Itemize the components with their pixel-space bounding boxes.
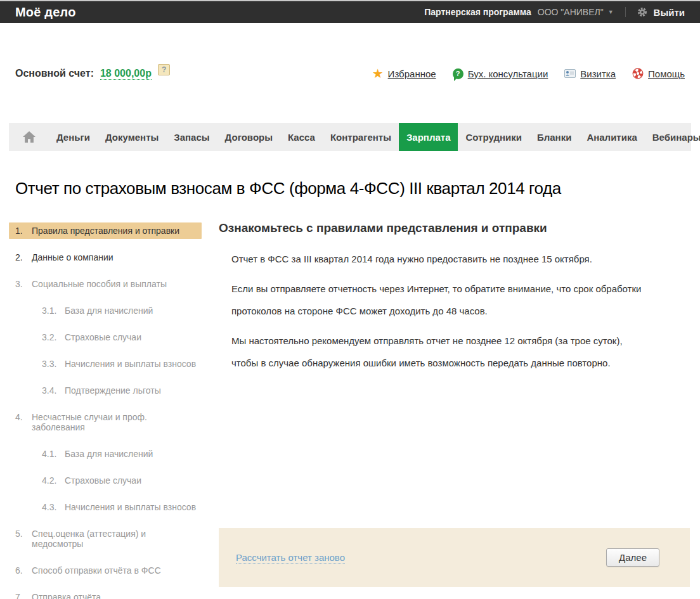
topbar-divider xyxy=(625,7,626,17)
account-balance-group: Основной счет: 18 000,00р ? xyxy=(15,68,170,80)
paragraph-deadline: Отчет в ФСС за III квартал 2014 года нуж… xyxy=(231,248,644,270)
sidebar-step-6[interactable]: 6. Способ отправки отчёта в ФСС xyxy=(9,562,202,579)
step-label: База для начислений xyxy=(65,449,153,459)
step-content: Ознакомьтесь с правилами представления и… xyxy=(202,221,690,587)
sidebar-step-5[interactable]: 5. Спец.оценка (аттестация) и медосмотры xyxy=(9,525,202,552)
quick-links: ★ Избранное ? Бух. консультации Визитка xyxy=(372,67,685,80)
tab-vebinary[interactable]: Вебинары xyxy=(645,123,700,151)
tab-zapasy[interactable]: Запасы xyxy=(166,123,217,151)
step-heading: Ознакомьтесь с правилами представления и… xyxy=(219,221,690,235)
favorites-label: Избранное xyxy=(388,68,436,79)
sidebar-step-3[interactable]: 3. Социальные пособия и выплаты xyxy=(9,276,202,292)
recalculate-report-link[interactable]: Рассчитать отчет заново xyxy=(236,552,345,564)
step-number: 3.4. xyxy=(42,385,65,396)
step-text: Отчет в ФСС за III квартал 2014 года нуж… xyxy=(231,248,644,374)
settings-button[interactable] xyxy=(637,7,647,17)
paragraph-internet-processing: Если вы отправляете отчетность через Инт… xyxy=(231,278,644,322)
sidebar-step-3-1[interactable]: 3.1. База для начислений xyxy=(36,302,202,319)
star-icon: ★ xyxy=(372,67,384,80)
sidebar-step-3-2[interactable]: 3.2. Страховые случаи xyxy=(36,329,202,345)
account-label: Основной счет: xyxy=(15,68,94,79)
step-label: Правила представления и отправки xyxy=(32,226,179,236)
next-button[interactable]: Далее xyxy=(606,548,659,567)
home-icon xyxy=(22,131,36,143)
page-title: Отчет по страховым взносам в ФСС (форма … xyxy=(15,179,685,198)
tab-dogovory[interactable]: Договоры xyxy=(217,123,280,151)
steps-sidebar: 1. Правила представления и отправки 2. Д… xyxy=(9,221,202,599)
step-number: 4.1. xyxy=(42,449,65,459)
tab-sotrudniki[interactable]: Сотрудники xyxy=(458,123,529,151)
sidebar-step-2[interactable]: 2. Данные о компании xyxy=(9,249,202,266)
step-label: Несчастные случаи и проф. заболевания xyxy=(32,412,197,432)
tab-zarplata-active[interactable]: Зарплата xyxy=(399,123,458,151)
consultations-label: Бух. консультации xyxy=(468,68,548,79)
step-number: 3.2. xyxy=(42,332,65,342)
help-label: Помощь xyxy=(648,68,685,79)
logout-link[interactable]: Выйти xyxy=(654,7,685,18)
step-number: 7. xyxy=(15,592,32,599)
account-balance-link[interactable]: 18 000,00р xyxy=(100,68,152,80)
step-number: 2. xyxy=(15,252,32,262)
balance-help-icon[interactable]: ? xyxy=(158,64,170,75)
tab-dokumenty[interactable]: Документы xyxy=(98,123,166,151)
step-label: Подтверждение льготы xyxy=(65,385,161,396)
step-label: Страховые случаи xyxy=(65,332,141,342)
tab-dengi[interactable]: Деньги xyxy=(49,123,98,151)
sidebar-step-4-2[interactable]: 4.2. Страховые случаи xyxy=(36,472,202,489)
step-number: 1. xyxy=(15,226,32,236)
consultations-link[interactable]: ? Бух. консультации xyxy=(453,68,548,79)
sidebar-step-7[interactable]: 7. Отправка отчёта xyxy=(9,589,202,599)
tab-blanki[interactable]: Бланки xyxy=(529,123,579,151)
step-number: 6. xyxy=(15,565,32,576)
organization-name: ООО "АНИВЕЛ" xyxy=(538,7,604,17)
topbar-right: Партнерская программа ООО "АНИВЕЛ" ▼ Вый… xyxy=(424,7,685,18)
chevron-down-icon: ▼ xyxy=(608,10,614,15)
home-tab[interactable] xyxy=(9,123,49,151)
favorites-link[interactable]: ★ Избранное xyxy=(372,67,436,80)
tab-analitika[interactable]: Аналитика xyxy=(579,123,644,151)
business-card-label: Визитка xyxy=(580,68,616,79)
step-number: 3.1. xyxy=(42,306,65,316)
help-link[interactable]: Помощь xyxy=(632,68,685,79)
gear-icon xyxy=(637,7,647,17)
step-label: Начисления и выплаты взносов xyxy=(65,359,196,369)
sidebar-step-1[interactable]: 1. Правила представления и отправки xyxy=(9,222,202,239)
chat-question-icon: ? xyxy=(453,68,463,79)
sidebar-step-4[interactable]: 4. Несчастные случаи и проф. заболевания xyxy=(9,409,202,435)
sidebar-step-4-3[interactable]: 4.3. Начисления и выплаты взносов xyxy=(36,499,202,515)
step-number: 4. xyxy=(15,412,32,422)
sidebar-step-3-4[interactable]: 3.4. Подтверждение льготы xyxy=(36,382,202,399)
step-label: Начисления и выплаты взносов xyxy=(65,502,196,512)
step-label: Страховые случаи xyxy=(65,475,141,486)
tab-kontragenty[interactable]: Контрагенты xyxy=(323,123,399,151)
step-label: Спец.оценка (аттестация) и медосмотры xyxy=(32,529,197,549)
paragraph-recommendation: Мы настоятельно рекомендуем отправлять о… xyxy=(231,330,644,374)
tab-kassa[interactable]: Касса xyxy=(280,123,323,151)
sidebar-step-4-1[interactable]: 4.1. База для начислений xyxy=(36,446,202,462)
step-label: Отправка отчёта xyxy=(32,592,101,599)
step-number: 4.3. xyxy=(42,502,65,512)
action-bar: Рассчитать отчет заново Далее xyxy=(219,528,690,587)
main-layout: 1. Правила представления и отправки 2. Д… xyxy=(9,221,690,599)
partner-program-label: Партнерская программа xyxy=(424,7,531,17)
organization-dropdown[interactable]: ООО "АНИВЕЛ" ▼ xyxy=(538,7,614,17)
step-number: 4.2. xyxy=(42,475,65,486)
step-label: Данные о компании xyxy=(32,252,113,262)
step-number: 3.3. xyxy=(42,359,65,369)
step-number: 3. xyxy=(15,279,32,289)
account-row: Основной счет: 18 000,00р ? ★ Избранное … xyxy=(0,66,700,81)
step-label: База для начислений xyxy=(65,306,153,316)
topbar: Моё дело Партнерская программа ООО "АНИВ… xyxy=(0,1,700,23)
main-navigation: Деньги Документы Запасы Договоры Касса К… xyxy=(9,123,691,151)
step-number: 5. xyxy=(15,529,32,539)
business-card-icon xyxy=(564,69,576,78)
step-label: Способ отправки отчёта в ФСС xyxy=(32,565,161,576)
lifebuoy-icon xyxy=(632,68,644,79)
business-card-link[interactable]: Визитка xyxy=(564,68,616,79)
app-logo[interactable]: Моё дело xyxy=(15,5,76,20)
sidebar-step-3-3[interactable]: 3.3. Начисления и выплаты взносов xyxy=(36,356,202,372)
step-label: Социальные пособия и выплаты xyxy=(32,279,167,289)
